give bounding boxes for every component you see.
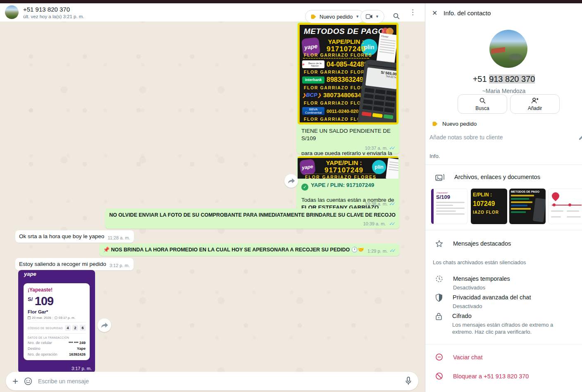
message-time: 3:12 p. m. — [110, 263, 130, 268]
message-time: 3:17 p. m. — [72, 366, 92, 371]
banco-nacion-logo: »Banco de la Nación — [302, 60, 324, 68]
yape-brand: yape — [24, 271, 36, 277]
security-code-label: CÓDIGO DE SEGURIDAD — [28, 327, 63, 330]
starred-messages-row[interactable]: Mensajes destacados — [435, 240, 511, 247]
encryption-row[interactable]: Cifrado Los mensajes están cifrados de e… — [435, 312, 572, 335]
divider — [425, 165, 582, 165]
timer-icon — [435, 275, 443, 283]
mini-pos-graphic — [533, 198, 546, 222]
star-icon — [435, 240, 443, 247]
customer-label-chip[interactable]: Nuevo pedido — [432, 121, 477, 127]
caption-line: ✓YAPE / PLIN: 917107249 — [301, 182, 395, 191]
message-input[interactable] — [38, 378, 399, 385]
message-time: 10:38 a. m. — [365, 201, 388, 206]
block-contact-button[interactable]: Bloquear a +51 913 820 370 — [435, 372, 529, 380]
search-icon[interactable] — [393, 12, 400, 22]
media-thumbnail-flyer[interactable]: METODOS DE PAGO — [509, 189, 546, 224]
message-outgoing: 📌 NOS BRINDA LA HORA PROMEDIO EN LA CUAL… — [99, 244, 400, 256]
receipt-card: ¡Yapeaste! S/ 109 Flor Gar* 20 mar. 2026… — [24, 283, 90, 360]
media-links-docs-row[interactable]: Archivos, enlaces y documentos — [435, 174, 540, 182]
media-gallery-icon — [435, 174, 444, 182]
account-holder: FLOR GARRIAZO FLORES — [300, 69, 374, 74]
message-text: Estoy saliendo a recoger mi pedido — [19, 261, 106, 268]
media-thumbnail-yape-plin[interactable]: E/PLIN : 107249 IAZO FLOR — [471, 189, 507, 224]
whatsapp-window: +51 913 820 370 últ. vez hoy a la(s) 3:2… — [0, 0, 582, 392]
emoji-sticker-icon[interactable] — [24, 377, 32, 385]
plin-logo: plin — [372, 160, 386, 174]
info-section-label: Info. — [429, 153, 440, 159]
flyer-title: METODOS DE PAGO — [304, 27, 384, 36]
menu-kebab-icon[interactable]: ⋮ — [409, 10, 416, 14]
receipt-title: ¡Yapeaste! — [28, 287, 86, 293]
receipt-paper-graphic — [386, 158, 398, 179]
edit-pencil-icon[interactable] — [578, 134, 582, 142]
bank-row: »Banco de la Nación 04-085-424896 — [302, 60, 372, 68]
minus-circle-icon — [435, 353, 443, 361]
receipt-datetime: 20 mar. 2026 | 03:17 p. m. — [28, 316, 86, 320]
bbva-logo: BBVA Continental — [302, 107, 324, 115]
check-badge-icon: ✓ — [301, 184, 308, 191]
account-holder: FLOR GARRIAZO FLORES — [305, 174, 377, 179]
yape-logo: yape — [299, 159, 316, 175]
video-camera-icon — [366, 14, 372, 19]
caption-line: TIENE UN SALDO PENDIENTE DE S/109 — [301, 127, 395, 142]
media-thumbnail-tracking[interactable] — [548, 189, 582, 224]
read-receipt-icon: ✓✓ — [389, 248, 396, 253]
yape-plin-banner-image[interactable]: yape plin YAPE/PLIN : 917107249 FLOR GAR… — [298, 156, 398, 179]
avatar-roof-graphic — [491, 47, 505, 54]
new-order-dropdown[interactable]: Nuevo pedido ▼ — [305, 10, 365, 23]
attach-plus-icon[interactable]: + — [12, 377, 18, 385]
block-icon — [435, 372, 443, 380]
yape-plin-heading: YAPE/PLIN : 917107249 — [318, 159, 370, 174]
row-status: Desactivado — [453, 303, 531, 310]
video-call-button[interactable]: ▼ — [360, 10, 384, 23]
close-icon[interactable]: ✕ — [432, 9, 437, 17]
message-list: METODOS DE PAGO Flower yape plin YAPE/PL… — [0, 22, 425, 392]
contact-push-name: ~Maria Mendoza — [425, 88, 582, 94]
message-caption: TIENE UN SALDO PENDIENTE DE S/109 para q… — [298, 124, 398, 153]
message-caption: ✓YAPE / PLIN: 917107249 Todas las cuenta… — [298, 179, 398, 208]
currency: S/ — [28, 296, 33, 302]
divider — [425, 344, 582, 344]
contact-phone: +51 913 820 370 — [425, 74, 582, 84]
calendar-icon — [28, 316, 31, 319]
advanced-privacy-row[interactable]: Privacidad avanzada del chat Desactivado — [435, 294, 531, 310]
new-order-label: Nuevo pedido — [320, 14, 353, 20]
media-thumbnail-receipt[interactable]: ¡Yapeaste! S/109 — [431, 189, 468, 224]
lock-icon — [435, 312, 442, 320]
selected-text: 913 820 370 — [489, 74, 535, 84]
contact-avatar[interactable] — [5, 5, 19, 19]
contact-avatar-large[interactable] — [489, 30, 527, 68]
search-button-label: Busca — [475, 105, 489, 111]
panel-title: Info. del contacto — [444, 10, 491, 17]
message-text: Ok srta a la hora que boy le yapeo — [19, 233, 104, 240]
pos-terminal-graphic: S/ 565,00 TARJETA — [357, 59, 398, 124]
search-in-chat-button[interactable]: Busca — [458, 94, 507, 114]
message-time: 1:29 p. m. — [367, 249, 388, 253]
forward-message-button[interactable] — [98, 318, 111, 332]
message-time: 11:28 a. m. — [107, 235, 130, 240]
microphone-icon[interactable] — [405, 377, 412, 385]
message-time: 10:39 a. m. — [363, 221, 386, 226]
contact-name[interactable]: +51 913 820 370 — [23, 6, 70, 13]
divider — [425, 230, 582, 230]
contact-info-panel: ✕ Info. del contacto +51 913 820 370 ~Ma… — [425, 3, 582, 392]
yape-receipt-image[interactable]: yape ¡Yapeaste! S/ 109 Flor Gar* 20 mar.… — [18, 270, 95, 373]
message-incoming: Ok srta a la hora que boy le yapeo 11:28… — [15, 230, 134, 243]
row-status: Los mensajes están cifrados de extremo a… — [452, 321, 572, 335]
add-contact-button[interactable]: Añadir — [510, 94, 560, 114]
disappearing-messages-row[interactable]: Mensajes temporales Desactivados — [435, 275, 510, 291]
person-add-icon — [531, 97, 539, 104]
message-composer: + — [6, 372, 418, 390]
add-button-label: Añadir — [528, 105, 542, 111]
message-outgoing: NO OLVIDE ENVIAR LA FOTO DE SU COMPROBAN… — [105, 208, 400, 229]
amount: 109 — [35, 294, 53, 308]
transaction-row: Nro. de operación16392426 — [28, 352, 86, 356]
thumb-amount: S/109 — [436, 194, 465, 200]
payment-methods-image[interactable]: METODOS DE PAGO Flower yape plin YAPE/PL… — [298, 23, 398, 124]
customer-notes-field[interactable]: Añade notas sobre tu cliente — [429, 134, 503, 141]
message-text: NO OLVIDE ENVIAR LA FOTO DE SU COMPROBAN… — [109, 211, 396, 219]
forward-message-button[interactable] — [284, 174, 298, 188]
clear-chat-button[interactable]: Vaciar chat — [435, 353, 482, 361]
avatar-pond-graphic — [508, 54, 522, 60]
